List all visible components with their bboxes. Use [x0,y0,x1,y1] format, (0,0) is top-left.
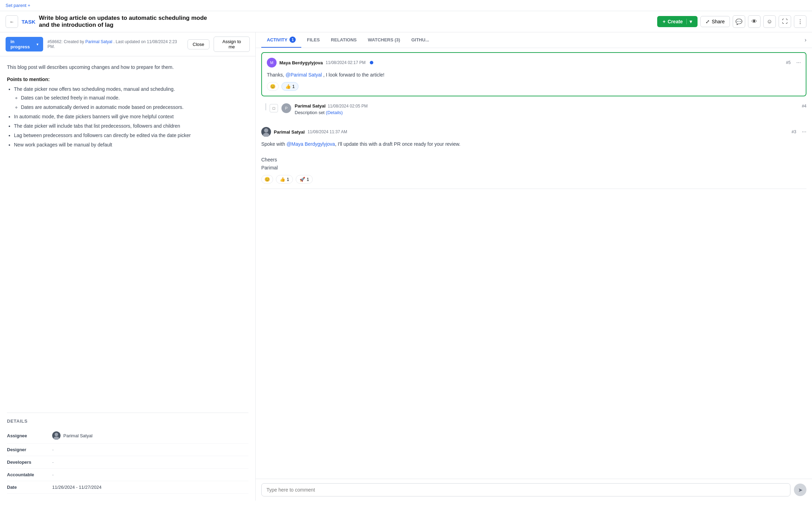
eye-icon: 👁 [751,18,757,25]
thumbsup-count: 1 [292,84,295,89]
details-title: DETAILS [7,413,248,424]
assignee-label: Assignee [7,433,52,438]
thumbsup-emoji: 👍 [285,84,291,89]
tab-relations[interactable]: RELATIONS [325,33,362,47]
activity-divider [265,103,266,110]
status-badge[interactable]: in progress ▾ [6,37,43,51]
date-value: 11/26/2024 - 11/27/2024 [52,485,102,490]
svg-point-2 [264,128,268,133]
plus-icon: + [663,19,666,24]
tab-github-label: GITHU... [411,37,429,42]
tabs-row: ACTIVITY 1 FILES RELATIONS WATCHERS (3) … [256,32,812,48]
mention-link[interactable]: @Maya Berdygylyjova [286,141,335,147]
avatar: P [281,103,291,113]
activity-icon-4: □ [270,104,278,112]
tab-activity[interactable]: ACTIVITY 1 [261,32,301,48]
comment-number-5: #5 [786,60,790,65]
back-icon: ← [9,19,14,24]
create-button[interactable]: + Create ▾ [657,16,698,27]
activity-item-4: □ P Parimal Satyal 11/08/2024 02:05 PM #… [261,101,806,118]
reactions-5: 😊 👍 1 [267,82,801,91]
detail-row-assignee: Assignee Parimal Satyal [7,428,248,444]
fullscreen-button[interactable]: ⛶ [779,15,791,28]
left-panel: in progress ▾ #58662: Created by Parimal… [0,32,256,501]
comment-input[interactable] [261,483,790,496]
detail-row-accountable: Accountable - [7,469,248,481]
list-item: In automatic mode, the date pickers bann… [14,113,248,120]
face-button[interactable]: ☺ [763,15,776,28]
list-item: Dates are automatically derived in autom… [21,104,248,111]
main-layout: in progress ▾ #58662: Created by Parimal… [0,32,812,501]
svg-point-3 [263,133,269,137]
header-left: ← TASK Write blog article on updates to … [6,15,207,29]
tab-github[interactable]: GITHU... [406,33,435,47]
close-button[interactable]: Close [188,39,209,49]
thumbsup-reaction-3[interactable]: 👍 1 [276,175,293,184]
assign-to-me-button[interactable]: Assign to me [214,37,250,52]
activity-time-4: 11/08/2024 02:05 PM [328,104,368,109]
status-caret-icon: ▾ [37,42,38,46]
top-bar: Set parent + [0,0,812,11]
comment-header-3: Parimal Satyal 11/08/2024 11:37 AM #3 ··… [261,127,806,137]
detail-row-date: Date 11/26/2024 - 11/27/2024 [7,481,248,494]
comment-author-5: Maya Berdygylyjova [279,60,323,65]
detail-row-designer: Designer - [7,444,248,456]
comment-time-3: 11/08/2024 11:37 AM [308,129,347,134]
task-badge: TASK [22,19,35,25]
activity-author-4: Parimal Satyal [295,103,326,109]
send-comment-button[interactable]: ➤ [794,484,806,496]
add-reaction-button[interactable]: 😊 [267,82,279,91]
send-icon: ➤ [798,487,803,493]
comment-icon: 💬 [735,18,742,25]
comment-header-5: M Maya Berdygylyjova 11/08/2024 02:17 PM… [267,58,801,67]
author-link[interactable]: Parimal Satyal [85,39,112,44]
tab-activity-label: ACTIVITY [267,37,287,42]
share-icon: ⤢ [706,19,710,24]
comment-menu-3[interactable]: ··· [802,129,806,135]
comment-card-3: Parimal Satyal 11/08/2024 11:37 AM #3 ··… [261,122,806,189]
set-parent-link[interactable]: Set parent + [6,3,30,8]
fullscreen-icon: ⛶ [782,18,788,25]
thumbsup-emoji: 👍 [280,177,285,182]
share-button[interactable]: ⤢ Share [700,16,730,27]
sub-list: Dates can be selected freely in manual m… [14,94,248,111]
activity-content-4: Parimal Satyal 11/08/2024 02:05 PM #4 De… [295,103,806,115]
designer-value: - [52,447,54,452]
activity-badge: 1 [289,37,296,43]
content-area: This blog post will describes upcoming c… [0,56,255,413]
details-link[interactable]: (Details) [326,110,343,115]
comment-author-3: Parimal Satyal [274,129,305,135]
create-label: Create [668,19,683,24]
tab-files[interactable]: FILES [301,33,325,47]
add-reaction-button[interactable]: 😊 [261,175,273,184]
tab-watchers[interactable]: WATCHERS (3) [362,33,406,47]
description-intro: This blog post will describes upcoming c… [7,63,248,71]
thumbsup-reaction[interactable]: 👍 1 [281,82,298,91]
list-item: The date picker will include tabs that l… [14,122,248,130]
back-button[interactable]: ← [6,15,18,28]
list-item: New work packages will be manual by defa… [14,141,248,149]
accountable-label: Accountable [7,472,52,477]
tab-relations-label: RELATIONS [331,37,357,42]
watch-button[interactable]: 👁 [748,15,761,28]
more-button[interactable]: ⋮ [794,15,806,28]
header-row: ← TASK Write blog article on updates to … [0,11,812,32]
right-panel: ACTIVITY 1 FILES RELATIONS WATCHERS (3) … [256,32,812,501]
comment-number-3: #3 [791,129,796,134]
comment-menu-5[interactable]: ··· [796,59,801,66]
developers-value: - [52,460,54,465]
tab-files-label: FILES [307,37,320,42]
comment-icon-button[interactable]: 💬 [733,15,745,28]
header-actions: + Create ▾ ⤢ Share 💬 👁 ☺ ⛶ ⋮ [657,15,806,28]
activity-list: M Maya Berdygylyjova 11/08/2024 02:17 PM… [256,48,812,479]
svg-point-1 [54,437,59,440]
assignee-name: Parimal Satyal [63,433,93,438]
tabs-more-icon[interactable]: › [802,33,806,47]
reactions-3: 😊 👍 1 🚀 1 [261,175,806,184]
comment-input-area: ➤ [256,479,812,501]
rocket-count: 1 [307,177,309,182]
mention-link[interactable]: @Parimal Satyal [286,72,322,78]
rocket-reaction-3[interactable]: 🚀 1 [296,175,313,184]
list-item: Lag between predecessors and followers c… [14,132,248,139]
points-title: Points to mention: [7,77,248,82]
